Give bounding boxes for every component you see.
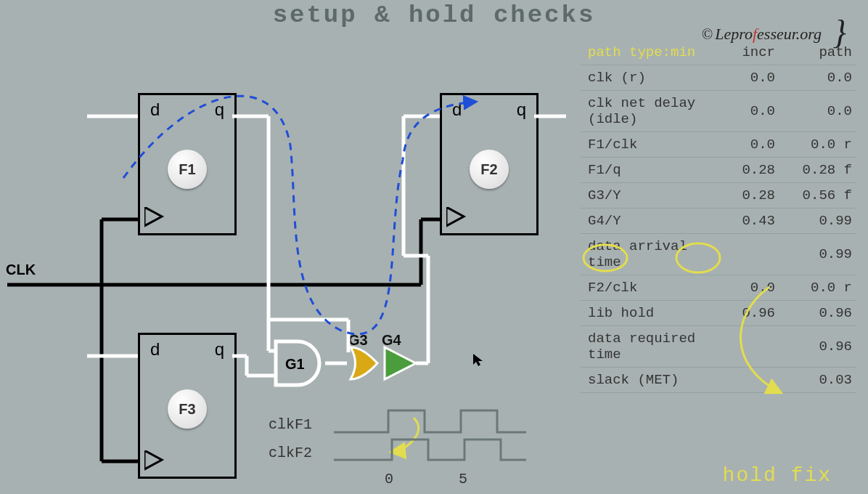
- flipflop-f1: d q F1: [138, 93, 237, 235]
- row-name: clk net delay (idle): [581, 91, 703, 132]
- table-row: G4/Y0.430.99: [581, 208, 856, 234]
- row-path: 0.96: [779, 301, 856, 326]
- ff-d-label: d: [452, 100, 462, 120]
- row-path: 0.0: [779, 65, 856, 91]
- table-row: G3/Y0.280.56 f: [581, 183, 856, 208]
- row-name: data required time: [581, 326, 703, 368]
- row-path: 0.0: [779, 91, 856, 132]
- timing-report: path type:min incr path clk (r)0.00.0 cl…: [581, 40, 856, 393]
- ff-name-disc: F3: [168, 389, 207, 429]
- row-incr: [703, 368, 779, 393]
- row-path: 0.99: [779, 208, 856, 234]
- row-path: 0.96: [779, 326, 856, 368]
- table-row: data arrival time0.99: [581, 234, 856, 275]
- ff-name-disc: F2: [470, 150, 509, 189]
- table-row: clk net delay (idle)0.00.0: [581, 91, 856, 132]
- col-hdr-path-type: path type:min: [581, 40, 703, 65]
- waveform-tick-0: 0: [385, 471, 393, 487]
- ff-d-label: d: [150, 100, 160, 120]
- yellow-wave-arrow: [392, 418, 419, 452]
- waveform-clkf1: [334, 410, 526, 432]
- ff-name: F3: [179, 401, 195, 418]
- col-hdr-path: path: [779, 40, 856, 65]
- row-path: 0.0 r: [779, 275, 856, 301]
- row-name: F1/q: [581, 158, 703, 183]
- flipflop-f3: d q F3: [138, 333, 237, 479]
- ff-name: F1: [179, 161, 195, 178]
- table-row: data required time0.96: [581, 326, 856, 368]
- buffer-gate-g4: [385, 347, 416, 379]
- ff-q-label: q: [517, 100, 526, 120]
- row-incr: 0.28: [703, 158, 779, 183]
- buffer-gate-g3: [351, 347, 377, 379]
- ff-name-disc: F1: [168, 150, 207, 189]
- clock-edge-icon: [446, 207, 468, 229]
- ff-name: F2: [480, 161, 497, 178]
- row-incr: 0.0: [703, 132, 779, 158]
- timing-table: path type:min incr path clk (r)0.00.0 cl…: [581, 40, 856, 393]
- row-incr: 0.96: [703, 301, 779, 326]
- row-incr: 0.0: [703, 275, 779, 301]
- row-incr: 0.0: [703, 91, 779, 132]
- row-path: 0.03: [779, 368, 856, 393]
- row-name: slack (MET): [581, 368, 703, 393]
- gate-label-g1: G1: [285, 356, 305, 373]
- waveform-label-clkf2: clkF2: [269, 445, 312, 461]
- row-name: F1/clk: [581, 132, 703, 158]
- flipflop-f2: d q F2: [440, 93, 539, 235]
- row-name: lib hold: [581, 301, 703, 326]
- table-row: F1/q0.280.28 f: [581, 158, 856, 183]
- table-header-row: path type:min incr path: [581, 40, 856, 65]
- row-path: 0.99: [779, 234, 856, 275]
- waveform-label-clkf1: clkF1: [269, 416, 312, 433]
- col-hdr-incr: incr: [703, 40, 779, 65]
- table-row: F1/clk0.00.0 r: [581, 132, 856, 158]
- svg-marker-0: [144, 207, 162, 226]
- svg-marker-2: [144, 450, 162, 469]
- table-row: clk (r)0.00.0: [581, 65, 856, 91]
- row-path: 0.0 r: [779, 132, 856, 158]
- hold-fix-label: hold fix: [723, 464, 832, 487]
- row-path: 0.56 f: [779, 183, 856, 208]
- ff-q-label: q: [215, 339, 224, 360]
- svg-marker-1: [446, 207, 464, 226]
- table-row: lib hold0.960.96: [581, 301, 856, 326]
- clock-edge-icon: [144, 450, 166, 472]
- row-incr: 0.43: [703, 208, 779, 234]
- waveform-tick-5: 5: [459, 471, 467, 487]
- waveform-clkf2: [334, 440, 526, 460]
- row-name: G3/Y: [581, 183, 703, 208]
- row-path: 0.28 f: [779, 158, 856, 183]
- ff-d-label: d: [150, 339, 160, 360]
- row-name: data arrival time: [581, 234, 703, 275]
- row-name: G4/Y: [581, 208, 703, 234]
- table-row: F2/clk0.00.0 r: [581, 275, 856, 301]
- row-incr: 0.0: [703, 65, 779, 91]
- row-name: F2/clk: [581, 275, 703, 301]
- cursor-icon: [472, 353, 484, 371]
- row-incr: [703, 326, 779, 368]
- ff-q-label: q: [215, 100, 224, 120]
- clk-label: CLK: [6, 262, 36, 278]
- row-incr: [703, 234, 779, 275]
- table-row: slack (MET)0.03: [581, 368, 856, 393]
- clock-edge-icon: [144, 207, 166, 229]
- row-incr: 0.28: [703, 183, 779, 208]
- svg-marker-3: [473, 354, 483, 366]
- gate-label-g4: G4: [382, 332, 401, 349]
- gate-label-g3: G3: [348, 332, 368, 349]
- row-name: clk (r): [581, 65, 703, 91]
